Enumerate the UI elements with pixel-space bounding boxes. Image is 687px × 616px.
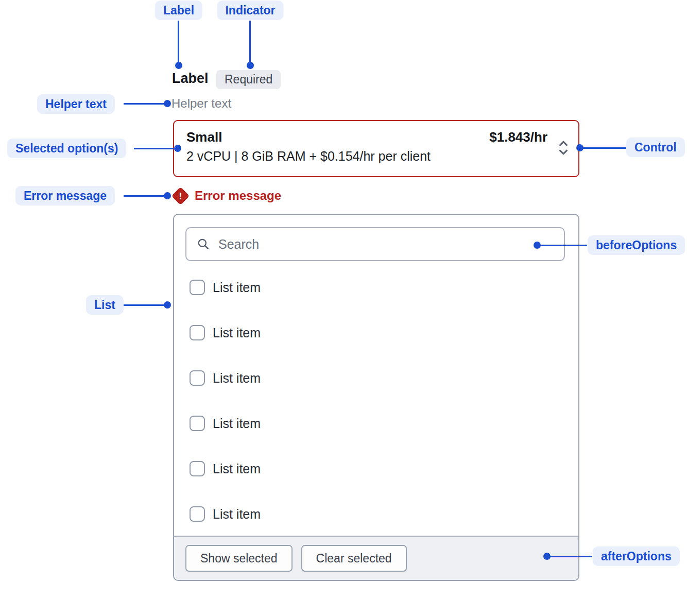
list-item-row[interactable]: List item bbox=[190, 279, 261, 296]
show-selected-button[interactable]: Show selected bbox=[185, 545, 293, 572]
connector-line-label bbox=[178, 21, 179, 63]
error-message-text: Error message bbox=[195, 189, 281, 203]
select-control[interactable]: Small $1.843/hr 2 vCPU | 8 GiB RAM + $0.… bbox=[173, 120, 579, 177]
connector-dot-control bbox=[576, 144, 583, 151]
connector-dot-indicator bbox=[247, 62, 254, 69]
list-item-label: List item bbox=[213, 506, 261, 522]
component-anatomy-figure: Label Indicator Label Required Helper te… bbox=[0, 0, 687, 616]
annotation-helper-text: Helper text bbox=[37, 94, 115, 114]
selected-option-price: $1.843/hr bbox=[489, 129, 547, 145]
list-item-row[interactable]: List item bbox=[190, 415, 261, 432]
list-item-label: List item bbox=[213, 461, 261, 477]
annotation-list: List bbox=[86, 295, 124, 315]
connector-line-after-options bbox=[547, 556, 592, 557]
list-item-row[interactable]: List item bbox=[190, 460, 261, 477]
annotation-label: Label bbox=[155, 1, 202, 20]
connector-dot-helper bbox=[164, 100, 171, 107]
list-item-label: List item bbox=[213, 280, 261, 296]
options-popover-panel: List item List item List item List item … bbox=[173, 214, 579, 581]
connector-line-control bbox=[580, 147, 626, 149]
selected-option-title: Small bbox=[186, 129, 222, 145]
connector-line-list bbox=[124, 304, 167, 306]
connector-dot-list bbox=[164, 301, 171, 309]
selected-option-details: 2 vCPU | 8 GiB RAM + $0.154/hr per clien… bbox=[186, 148, 566, 164]
connector-line-selected-options bbox=[134, 148, 178, 149]
connector-line-helper bbox=[124, 103, 167, 105]
options-footer: Show selected Clear selected bbox=[174, 536, 578, 580]
connector-dot-error bbox=[164, 192, 171, 199]
list-item-row[interactable]: List item bbox=[190, 324, 261, 341]
list-item-label: List item bbox=[213, 325, 261, 341]
connector-line-before-options bbox=[537, 245, 587, 246]
annotation-error-message: Error message bbox=[15, 186, 115, 206]
checkbox[interactable] bbox=[190, 506, 205, 522]
connector-line-indicator bbox=[249, 21, 251, 63]
checkbox[interactable] bbox=[190, 370, 205, 386]
search-input[interactable] bbox=[218, 237, 554, 252]
annotation-indicator: Indicator bbox=[217, 1, 283, 20]
connector-dot-selected-options bbox=[174, 145, 181, 152]
required-badge: Required bbox=[216, 70, 281, 89]
checkbox[interactable] bbox=[190, 280, 205, 295]
annotation-after-options: afterOptions bbox=[593, 546, 680, 566]
list-item-row[interactable]: List item bbox=[190, 370, 261, 386]
list-item-label: List item bbox=[213, 370, 261, 386]
up-down-chevron-icon bbox=[557, 139, 570, 159]
field-label: Label bbox=[172, 71, 209, 87]
search-icon bbox=[197, 237, 210, 251]
checkbox[interactable] bbox=[190, 416, 205, 431]
connector-dot-after-options bbox=[543, 553, 551, 560]
list-item-label: List item bbox=[213, 416, 261, 432]
connector-line-error bbox=[124, 195, 167, 197]
footer-buttons: Show selected Clear selected bbox=[185, 545, 407, 572]
checkbox[interactable] bbox=[190, 461, 205, 476]
helper-text: Helper text bbox=[171, 96, 231, 111]
annotation-before-options: beforeOptions bbox=[588, 235, 685, 255]
list-item-row[interactable]: List item bbox=[190, 506, 261, 522]
connector-dot-before-options bbox=[534, 242, 541, 249]
error-alert-icon: ! bbox=[171, 187, 190, 205]
checkbox[interactable] bbox=[190, 325, 205, 340]
annotation-selected-options: Selected option(s) bbox=[7, 139, 126, 158]
connector-dot-label bbox=[175, 62, 182, 69]
search-box[interactable] bbox=[185, 227, 565, 261]
error-exclamation: ! bbox=[174, 190, 187, 202]
control-title-row: Small $1.843/hr bbox=[186, 129, 566, 145]
clear-selected-button[interactable]: Clear selected bbox=[301, 545, 407, 572]
annotation-control: Control bbox=[626, 138, 685, 157]
control-content: Small $1.843/hr 2 vCPU | 8 GiB RAM + $0.… bbox=[174, 121, 578, 164]
